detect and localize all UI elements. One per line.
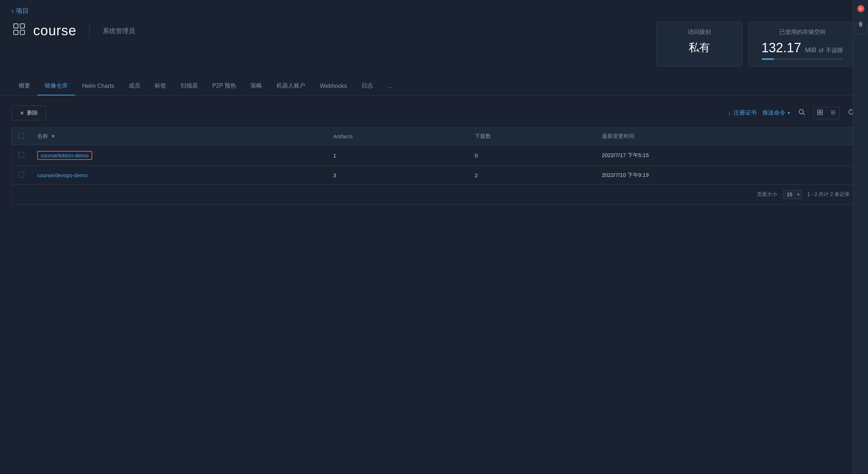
name-header-label: 名称 [37, 133, 48, 140]
tab-policy[interactable]: 策略 [243, 77, 269, 95]
close-icon: ✕ [20, 110, 24, 116]
chevron-down-icon: ▾ [788, 110, 790, 116]
svg-rect-8 [818, 113, 820, 115]
grid-view-button[interactable] [814, 107, 827, 119]
table-row: course/devops-demo 3 2 2022/7/10 下午9:19 [12, 166, 856, 185]
tab-logs[interactable]: 日志 [354, 77, 380, 95]
tab-helm-charts[interactable]: Helm Charts [75, 78, 121, 95]
storage-size: 132.17 [762, 40, 801, 55]
tab-more[interactable]: ... [380, 78, 399, 95]
row1-downloads: 0 [468, 145, 595, 166]
view-toggle [813, 107, 840, 119]
svg-rect-7 [820, 110, 823, 112]
pagination-info: 1 - 2 共计 2 条记录 [807, 191, 850, 198]
list-view-button[interactable] [827, 107, 840, 119]
register-cert-button[interactable]: ↓ 注册证书 [728, 106, 757, 120]
access-value: 私有 [669, 40, 729, 55]
tab-scanner[interactable]: 扫描器 [173, 77, 205, 95]
table-header-row: 名称 ▼ Artifacts 下载数 最新变更时间 [12, 128, 856, 145]
header-name: 名称 ▼ [31, 128, 327, 145]
name-filter: 名称 ▼ [37, 133, 320, 140]
tab-robot[interactable]: 机器人账户 [269, 77, 313, 95]
tab-overview[interactable]: 概要 [12, 77, 37, 95]
sidebar-text: 拦日往册 [858, 28, 863, 31]
top-bar: ‹ 项目 [0, 0, 868, 15]
storage-value: 132.17 MiB of 不设限 [762, 40, 843, 55]
header-last-modified: 最新变更时间 [595, 128, 856, 145]
header-downloads: 下载数 [468, 128, 595, 145]
storage-bar-fill [762, 58, 774, 60]
back-label: 项目 [16, 6, 29, 15]
row1-checkbox[interactable] [18, 152, 24, 158]
row2-artifacts: 3 [327, 166, 468, 185]
row2-downloads: 2 [468, 166, 595, 185]
svg-rect-2 [14, 30, 18, 35]
page-size-label: 页面大小 [757, 191, 777, 198]
push-command-button[interactable]: 推送命令 ▾ [762, 106, 790, 120]
header-section: course 系统管理员 访问级别 私有 已使用的存储空间 132.17 MiB… [0, 15, 868, 67]
content-area: ✕ 删除 ↓ 注册证书 推送命令 ▾ [0, 95, 868, 215]
svg-rect-3 [20, 30, 25, 35]
row1-name-link[interactable]: course/tekton-demo [37, 151, 92, 160]
row1-name: course/tekton-demo [31, 145, 327, 166]
push-label: 推送命令 [762, 109, 785, 117]
project-info: course 系统管理员 [12, 22, 135, 40]
toolbar: ✕ 删除 ↓ 注册证书 推送命令 ▾ [12, 106, 856, 120]
tab-p2p[interactable]: P2P 预热 [205, 77, 243, 95]
repository-table: 名称 ▼ Artifacts 下载数 最新变更时间 course/tekton-… [12, 128, 856, 205]
tab-image-repo[interactable]: 镜像仓库 [37, 77, 75, 95]
storage-card: 已使用的存储空间 132.17 MiB of 不设限 [748, 22, 856, 67]
tab-members[interactable]: 成员 [121, 77, 147, 95]
sidebar-icon-group[interactable]: 拦日往册 [855, 24, 867, 35]
stats-cards: 访问级别 私有 已使用的存储空间 132.17 MiB of 不设限 [656, 22, 856, 67]
delete-label: 删除 [27, 109, 38, 116]
svg-rect-0 [14, 24, 18, 28]
row2-name: course/devops-demo [31, 166, 327, 185]
tab-tags[interactable]: 标签 [147, 77, 173, 95]
row1-checkbox-cell [12, 145, 31, 166]
register-label: 注册证书 [734, 109, 757, 117]
row2-checkbox-cell [12, 166, 31, 185]
header-artifacts: Artifacts [327, 128, 468, 145]
page-size-wrapper: 15 25 50 [783, 190, 802, 199]
page-size-select[interactable]: 15 25 50 [783, 190, 802, 199]
svg-point-4 [799, 109, 803, 114]
access-card: 访问级别 私有 [656, 22, 743, 67]
row2-name-link[interactable]: course/devops-demo [37, 172, 88, 178]
back-arrow: ‹ [12, 7, 14, 15]
svg-rect-9 [820, 113, 823, 115]
nav-tabs: 概要 镜像仓库 Helm Charts 成员 标签 扫描器 P2P 预热 策略 … [0, 77, 868, 95]
storage-label: 已使用的存储空间 [762, 28, 843, 36]
search-icon[interactable] [796, 106, 807, 120]
storage-bar [762, 58, 843, 60]
sidebar-badge: 6 [857, 5, 864, 12]
toolbar-right: ↓ 注册证书 推送命令 ▾ [728, 106, 856, 120]
back-link[interactable]: ‹ 项目 [12, 6, 29, 15]
project-role: 系统管理员 [103, 27, 135, 35]
row1-artifacts: 1 [327, 145, 468, 166]
svg-line-5 [803, 113, 805, 115]
table-row: course/tekton-demo 1 0 2022/7/17 下午5:15 [12, 145, 856, 166]
svg-rect-1 [20, 24, 25, 28]
storage-unit: MiB [805, 46, 816, 54]
download-icon: ↓ [728, 110, 731, 116]
tab-webhooks[interactable]: Webhooks [313, 78, 354, 95]
project-icon [12, 22, 27, 40]
row2-checkbox[interactable] [18, 172, 24, 178]
filter-icon[interactable]: ▼ [51, 134, 56, 139]
storage-limit: 不设限 [826, 47, 843, 53]
project-name: course [33, 23, 76, 39]
storage-of: of [819, 47, 823, 53]
divider [89, 23, 90, 39]
access-label: 访问级别 [669, 28, 729, 36]
delete-button[interactable]: ✕ 删除 [12, 106, 46, 120]
table-footer: 页面大小 15 25 50 1 - 2 共计 2 条记录 [12, 184, 856, 204]
right-sidebar: 6 拦日往册 [853, 0, 868, 474]
svg-rect-6 [818, 110, 820, 112]
header-checkbox-cell [12, 128, 31, 145]
row2-last-modified: 2022/7/10 下午9:19 [595, 166, 856, 185]
access-value-text: 私有 [688, 41, 710, 53]
row1-last-modified: 2022/7/17 下午5:15 [595, 145, 856, 166]
select-all-checkbox[interactable] [18, 133, 24, 139]
